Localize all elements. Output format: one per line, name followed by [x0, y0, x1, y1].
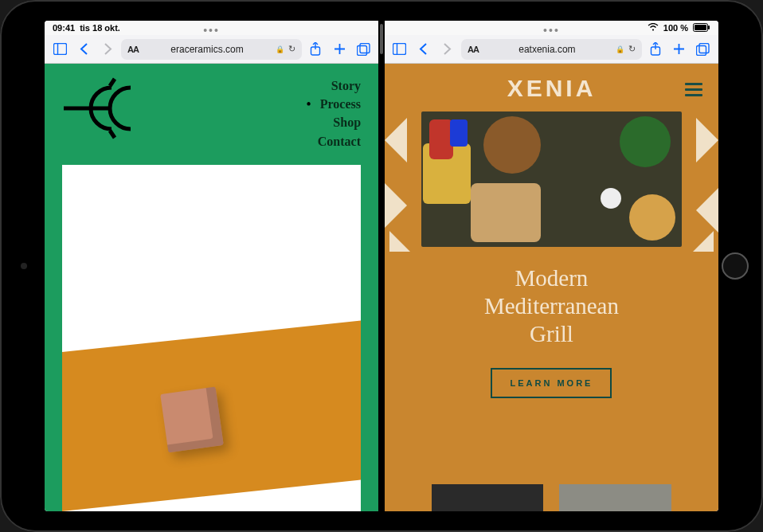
share-icon[interactable] [305, 39, 326, 60]
address-bar[interactable]: AA eatxenia.com 🔒 ↻ [461, 39, 642, 60]
safari-toolbar-left: ••• AA eraceramics.com 🔒 ↻ [45, 35, 378, 64]
web-content-right[interactable]: XENIA [385, 64, 718, 511]
era-nav: Story Process Shop Contact [318, 76, 361, 151]
hamburger-menu-icon[interactable] [685, 80, 702, 100]
address-bar[interactable]: AA eraceramics.com 🔒 ↻ [121, 39, 302, 60]
svg-line-9 [110, 79, 115, 86]
safari-toolbar-right: ••• AA eatxenia.com 🔒 ↻ [385, 35, 718, 64]
svg-rect-22 [699, 43, 709, 53]
back-icon[interactable] [413, 39, 434, 60]
forward-icon [97, 39, 118, 60]
nav-story[interactable]: Story [318, 76, 361, 95]
xenia-image-strip [432, 484, 672, 511]
web-content-left[interactable]: Story Process Shop Contact [45, 64, 378, 511]
share-icon[interactable] [645, 39, 666, 60]
url-text: eatxenia.com [483, 44, 612, 55]
multitask-dots-icon[interactable]: ••• [203, 24, 220, 37]
tabs-icon[interactable] [693, 39, 714, 60]
svg-rect-6 [357, 45, 366, 55]
home-button[interactable] [722, 252, 749, 280]
new-tab-icon[interactable] [669, 39, 690, 60]
wifi-icon [648, 23, 659, 33]
lock-icon: 🔒 [276, 45, 284, 53]
svg-rect-0 [53, 44, 66, 55]
nav-contact[interactable]: Contact [318, 132, 361, 151]
nav-shop[interactable]: Shop [318, 113, 361, 131]
svg-rect-21 [697, 45, 706, 55]
svg-line-10 [110, 131, 115, 138]
status-date: tis 18 okt. [80, 23, 120, 33]
era-hero-image [62, 165, 361, 511]
new-tab-icon[interactable] [329, 39, 350, 60]
xenia-logo[interactable]: XENIA [385, 64, 718, 102]
screen: 09:41 tis 18 okt. ••• AA eracerami [45, 21, 718, 511]
headline-line-1: Modern [385, 264, 718, 292]
text-size-icon[interactable]: AA [127, 45, 139, 54]
headline-line-2: Mediterranean [385, 292, 718, 320]
split-view-divider[interactable] [378, 21, 385, 511]
svg-rect-7 [360, 43, 370, 53]
nav-process[interactable]: Process [318, 95, 361, 113]
ipad-frame: 09:41 tis 18 okt. ••• AA eracerami [0, 0, 763, 532]
svg-rect-14 [708, 25, 710, 29]
lock-icon: 🔒 [616, 45, 624, 53]
svg-rect-15 [393, 44, 406, 55]
divider-handle-icon[interactable] [380, 24, 383, 54]
xenia-hero-image [421, 111, 682, 247]
battery-percent: 100 % [663, 23, 688, 33]
svg-point-11 [652, 29, 654, 30]
split-view-right-pane: 100 % ••• AA eatxe [385, 21, 718, 511]
xenia-headline: Modern Mediterranean Grill [385, 264, 718, 347]
reload-icon[interactable]: ↻ [288, 44, 295, 54]
sidebar-icon[interactable] [49, 39, 70, 60]
learn-more-button[interactable]: LEARN MORE [491, 368, 612, 398]
split-view-left-pane: 09:41 tis 18 okt. ••• AA eracerami [45, 21, 378, 511]
sidebar-icon[interactable] [389, 39, 410, 60]
status-time: 09:41 [53, 23, 75, 33]
back-icon[interactable] [73, 39, 94, 60]
forward-icon [437, 39, 458, 60]
svg-rect-13 [695, 25, 706, 30]
era-logo[interactable] [62, 76, 150, 148]
headline-line-3: Grill [385, 320, 718, 348]
text-size-icon[interactable]: AA [468, 45, 479, 54]
reload-icon[interactable]: ↻ [628, 44, 636, 54]
battery-full-icon [693, 23, 710, 33]
tabs-icon[interactable] [353, 39, 374, 60]
multitask-dots-icon[interactable]: ••• [543, 24, 560, 37]
url-text: eraceramics.com [143, 44, 272, 55]
front-camera [21, 263, 27, 269]
